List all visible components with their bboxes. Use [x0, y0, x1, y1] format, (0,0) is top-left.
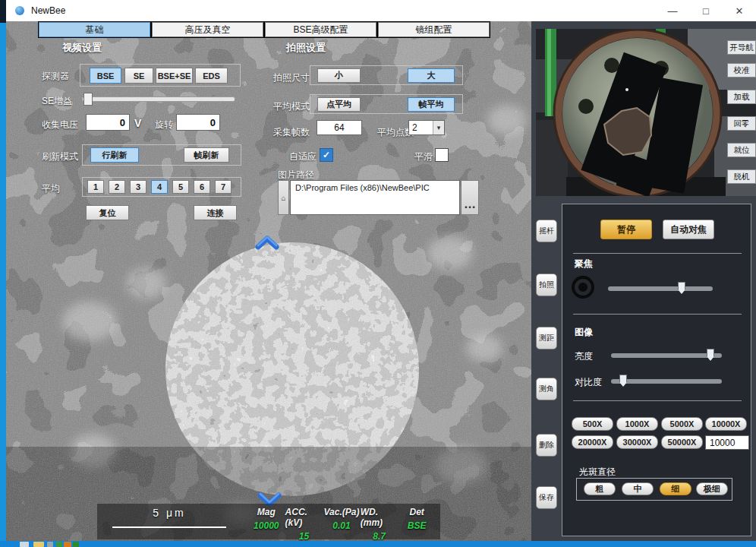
se-gain-slider-thumb[interactable]	[83, 93, 93, 106]
photo-size-label: 拍照尺寸	[273, 71, 310, 84]
return-zero-button[interactable]: 回零	[727, 116, 756, 131]
mag-30000x-button[interactable]: 30000X	[616, 435, 658, 449]
spot-extra-fine-button[interactable]: 极细	[696, 482, 728, 495]
background-strip-top	[0, 0, 6, 23]
focus-target-icon[interactable]	[572, 276, 594, 299]
detector-bse-se-button[interactable]: BSE+SE	[156, 68, 193, 84]
average-1-button[interactable]: 1	[87, 180, 104, 194]
pause-button[interactable]: 暂停	[600, 220, 652, 239]
taskbar-icon[interactable]	[64, 542, 71, 547]
calibrate-button[interactable]: 校准	[727, 63, 756, 77]
mag-1000x-button[interactable]: 1000X	[616, 417, 658, 431]
size-small-button[interactable]: 小	[317, 68, 361, 83]
focus-slider-thumb[interactable]	[678, 282, 685, 294]
mag-5000x-button[interactable]: 5000X	[661, 417, 703, 431]
background-window-strip	[0, 0, 6, 541]
se-gain-label: SE增益	[42, 95, 72, 108]
detector-bse-button[interactable]: BSE	[90, 68, 121, 84]
autofocus-button[interactable]: 自动对焦	[663, 220, 714, 239]
average-7-button[interactable]: 7	[215, 180, 232, 194]
spot-fine-button[interactable]: 细	[660, 482, 691, 495]
se-gain-slider[interactable]	[82, 96, 235, 102]
contrast-slider-thumb[interactable]	[619, 375, 627, 387]
mag-20000x-button[interactable]: 20000X	[572, 435, 613, 449]
capture-button[interactable]: 拍照	[536, 274, 557, 296]
taskbar-icon[interactable]	[47, 542, 53, 547]
path-tool-button[interactable]: ⌂	[278, 180, 289, 215]
tab-lens-config[interactable]: 镜组配置	[378, 22, 490, 37]
browse-button[interactable]: …	[461, 180, 479, 215]
average-3-button[interactable]: 3	[130, 180, 146, 194]
refresh-frame-button[interactable]: 帧刷新	[184, 147, 229, 163]
brightness-label: 亮度	[575, 350, 593, 363]
contrast-slider[interactable]	[611, 379, 722, 384]
minimize-button[interactable]: —	[656, 0, 689, 21]
brightness-slider[interactable]	[611, 353, 722, 358]
taskbar-icon[interactable]	[56, 542, 62, 547]
average-label: 平均	[42, 182, 60, 195]
avg-points-select[interactable]: 2 ▾	[408, 120, 445, 135]
tab-hv-vacuum[interactable]: 高压及真空	[152, 22, 263, 37]
tab-bse-advanced[interactable]: BSE高级配置	[265, 22, 376, 37]
status-value-acc: 15	[299, 531, 309, 541]
size-large-button[interactable]: 大	[408, 68, 455, 83]
taskbar-icon[interactable]	[33, 542, 44, 547]
rotate-label: 旋转	[155, 119, 173, 131]
taskbar-icon[interactable]	[73, 542, 79, 547]
sem-live-view[interactable]: 基础 高压及真空 BSE高级配置 镜组配置 视频设置 探测器 BSE SE BS…	[6, 21, 531, 541]
divider	[573, 400, 742, 401]
mag-500x-button[interactable]: 500X	[572, 417, 613, 431]
pan-up-arrow[interactable]	[255, 235, 279, 250]
maximize-button[interactable]: □	[689, 0, 723, 21]
average-6-button[interactable]: 6	[194, 180, 210, 194]
window-title: NewBee	[31, 5, 65, 16]
frames-input[interactable]	[317, 120, 362, 135]
frame-average-button[interactable]: 帧平均	[408, 97, 455, 112]
brightness-slider-thumb[interactable]	[707, 349, 714, 361]
detector-se-button[interactable]: SE	[124, 68, 153, 84]
point-average-button[interactable]: 点平均	[317, 97, 361, 112]
frames-label: 采集帧数	[273, 126, 310, 139]
mag-50000x-button[interactable]: 50000X	[661, 435, 703, 449]
status-header-vac: Vac.(Pa)	[324, 507, 360, 517]
in-position-button[interactable]: 就位	[727, 143, 756, 157]
spot-medium-button[interactable]: 中	[622, 482, 654, 495]
control-panel: 暂停 自动对焦 聚焦 图像 亮度 对比度 500X 1000X 5000X 10…	[562, 204, 751, 536]
measure-angle-button[interactable]: 测角	[536, 378, 557, 400]
status-columns: Mag10000 ACC.(kV)15 Vac.(Pa)0.01 WD.(mm)…	[247, 507, 436, 537]
average-2-button[interactable]: 2	[109, 180, 125, 194]
path-field[interactable]: D:\Program Files (x86)\NewBee\PIC	[290, 180, 460, 215]
measure-distance-button[interactable]: 测距	[536, 327, 557, 349]
app-logo-icon	[15, 6, 24, 15]
contrast-label: 对比度	[575, 376, 602, 389]
windows-taskbar[interactable]	[0, 541, 756, 547]
status-header-wd: WD.(mm)	[361, 507, 398, 528]
detector-eds-button[interactable]: EDS	[195, 68, 228, 84]
joystick-button[interactable]: 摇杆	[536, 220, 557, 242]
status-value-wd: 8.7	[373, 531, 386, 541]
load-button[interactable]: 加载	[727, 90, 756, 104]
focus-slider[interactable]	[608, 286, 713, 291]
connect-button[interactable]: 连接	[194, 205, 237, 220]
average-4-button[interactable]: 4	[151, 180, 168, 194]
titlebar: NewBee — □ ✕	[6, 0, 756, 21]
refresh-row-button[interactable]: 行刷新	[90, 147, 139, 163]
save-button[interactable]: 保存	[536, 486, 557, 509]
rotate-input[interactable]	[176, 114, 220, 131]
smooth-checkbox[interactable]	[435, 148, 449, 162]
tab-basic[interactable]: 基础	[39, 22, 150, 37]
reset-button[interactable]: 复位	[86, 205, 129, 220]
mag-10000x-button[interactable]: 10000X	[705, 417, 747, 431]
status-value-vac: 0.01	[332, 520, 350, 531]
collect-voltage-input[interactable]	[86, 114, 130, 131]
photo-settings-title: 拍照设置	[286, 41, 326, 55]
mag-input[interactable]	[705, 435, 749, 450]
adaptive-checkbox[interactable]: ✓	[320, 148, 333, 162]
delete-button[interactable]: 删除	[536, 434, 557, 457]
offline-button[interactable]: 脱机	[727, 169, 756, 184]
spot-coarse-button[interactable]: 粗	[584, 482, 616, 495]
close-button[interactable]: ✕	[723, 0, 756, 21]
average-5-button[interactable]: 5	[172, 180, 189, 194]
open-navigation-button[interactable]: 开导航	[727, 40, 756, 55]
taskbar-icon[interactable]	[20, 542, 29, 547]
